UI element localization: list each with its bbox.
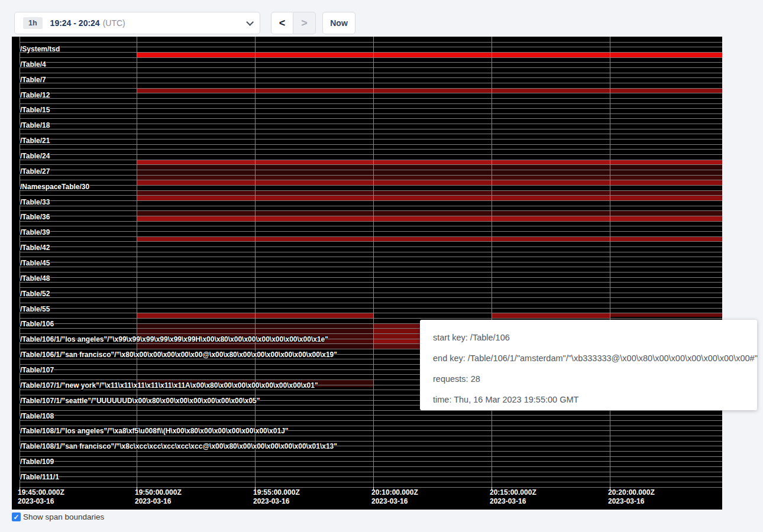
span-boundary-line [20,170,722,170]
span-boundary-line [20,252,722,252]
x-axis-time-label: 20:10:00.000Z [371,488,418,497]
span-boundary-line [20,487,722,488]
time-range-zone: (UTC) [103,18,125,28]
span-boundary-line [20,451,722,452]
span-boundary-line [20,67,722,68]
span-boundary-line [20,62,722,63]
row-key-label: /Table/18 [20,121,50,129]
span-boundary-line [20,308,722,309]
span-boundary-line [20,216,722,216]
span-boundary-line [20,57,722,58]
row-key-label: /Table/109 [20,458,54,466]
row-key-label: /Table/107/1/"new york"/"\x11\x11\x11\x1… [20,381,318,390]
span-boundary-line [20,47,722,47]
span-boundary-line [20,144,722,145]
check-icon: ✓ [13,513,19,521]
span-boundary-line [20,257,722,257]
tooltip-time: time: Thu, 16 Mar 2023 19:55:00 GMT [433,390,744,410]
row-key-label: /Table/108/1/"los angeles"/"\xa8\xf5\u00… [20,427,289,435]
row-key-label: /NamespaceTable/30 [20,183,89,191]
row-key-label: /Table/106/1/"los angeles"/"\x99\x99\x99… [20,335,328,343]
span-boundary-line [20,160,722,160]
row-key-label: /Table/12 [20,91,50,99]
keyvis-heatmap-canvas[interactable]: /System/tsd/Table/4/Table/7/Table/12/Tab… [12,37,722,510]
row-key-label: /Table/107/1/"seattle"/"UUUUUUD\x00\x80\… [20,397,260,405]
time-range-selector[interactable]: 1h 19:24 - 20:24 (UTC) [14,12,260,34]
time-range-label: 19:24 - 20:24 [50,18,100,28]
row-key-label: /Table/48 [20,274,50,283]
now-button[interactable]: Now [322,12,355,34]
chevron-down-icon [246,18,254,26]
heat-band [137,210,722,216]
row-key-label: /Table/42 [20,244,50,252]
heat-band [137,180,722,185]
row-key-label: /Table/106 [20,320,54,328]
span-boundary-line [20,226,722,226]
row-key-label: /Table/108 [20,412,54,420]
span-boundary-line [20,52,722,53]
row-key-label: /Table/7 [20,76,46,84]
x-axis-time-label: 19:50:00.000Z [135,488,182,497]
span-boundary-line [20,164,722,165]
heat-band [137,175,722,180]
span-boundary-line [20,98,722,99]
span-boundary-line [20,461,722,462]
x-axis-date-label: 2023-03-16 [371,497,408,506]
row-key-label: /Table/36 [20,213,50,221]
span-boundary-line [20,185,722,186]
time-grid-line [137,37,137,487]
span-boundary-line [20,221,722,222]
span-boundary-line [20,441,722,442]
span-boundary-line [20,277,722,278]
span-boundary-line [20,313,722,313]
x-axis-date-label: 2023-03-16 [490,497,526,506]
span-boundary-line [20,175,722,176]
time-grid-line [492,37,492,487]
chevron-right-icon: > [301,17,308,30]
time-grid-line [255,37,256,487]
heat-band [492,313,610,318]
span-boundary-line [20,241,722,242]
span-boundaries-toggle[interactable]: ✓ Show span boundaries [12,512,104,521]
chevron-left-icon: < [279,17,286,30]
span-boundary-line [20,282,722,283]
span-boundaries-checkbox[interactable]: ✓ [12,512,21,521]
time-grid-line [373,37,374,487]
heat-band [137,195,722,200]
tooltip-start-key: start key: /Table/106 [433,327,744,348]
span-boundary-line [20,482,722,482]
span-boundary-line [20,149,722,150]
span-boundaries-label: Show span boundaries [23,512,104,521]
row-key-label: /Table/15 [20,106,50,114]
x-axis-date-label: 2023-03-16 [253,497,289,506]
span-boundary-line [20,108,722,109]
span-boundary-line [20,200,722,201]
span-boundary-line [20,154,722,155]
prev-button[interactable]: < [271,12,293,34]
row-key-label: /Table/52 [20,290,50,298]
span-boundary-line [20,410,722,411]
x-axis-time-label: 19:55:00.000Z [253,488,300,497]
span-boundary-line [20,73,722,73]
duration-badge: 1h [23,17,43,29]
next-button[interactable]: > [293,12,316,34]
x-axis-date-label: 2023-03-16 [18,497,54,506]
span-boundary-line [20,231,722,232]
span-boundary-line [20,466,722,467]
span-boundary-line [20,124,722,124]
row-key-label: /Table/111/1 [20,473,59,481]
span-boundary-line [20,88,722,89]
span-boundary-line [20,103,722,104]
row-key-label: /Table/108/1/"san francisco"/"\x8c\xcc\x… [20,442,337,450]
span-boundary-line [20,420,722,421]
span-boundary-line [20,246,722,247]
span-boundary-line [20,118,722,119]
span-boundary-line [20,303,722,303]
span-boundary-line [20,42,722,43]
x-axis-time-label: 20:15:00.000Z [490,488,536,497]
span-boundary-line [20,195,722,196]
row-key-label: /Table/33 [20,198,50,206]
span-boundary-line [20,77,722,78]
span-boundary-line [20,129,722,129]
heat-band [137,216,722,221]
